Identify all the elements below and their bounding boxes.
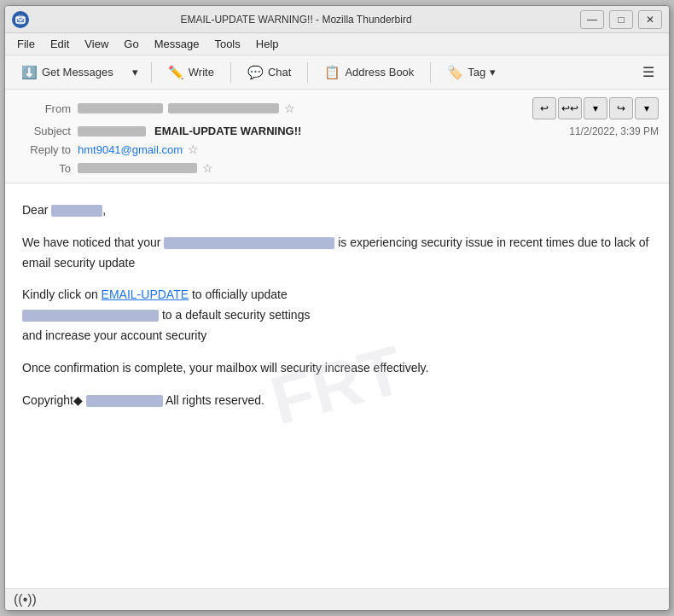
tag-icon: 🏷️ xyxy=(447,65,463,80)
para2-redacted xyxy=(22,310,159,322)
hamburger-button[interactable]: ☰ xyxy=(635,60,662,84)
get-messages-button[interactable]: ⬇️ Get Messages xyxy=(12,61,123,84)
from-label: From xyxy=(15,102,71,115)
menubar: File Edit View Go Message Tools Help xyxy=(5,33,669,55)
get-messages-label: Get Messages xyxy=(42,66,113,78)
minimize-button[interactable]: — xyxy=(580,10,604,29)
para2-line3: and increase your account security xyxy=(22,328,206,342)
greeting-name-redacted xyxy=(51,205,102,217)
main-window: EMAIL-UPDATE WARNING!! - Mozilla Thunder… xyxy=(4,5,670,611)
menu-help[interactable]: Help xyxy=(249,35,286,53)
reply-to-email[interactable]: hmt9041@gmail.com xyxy=(78,143,183,156)
maximize-button[interactable]: □ xyxy=(609,10,633,29)
menu-edit[interactable]: Edit xyxy=(44,35,76,53)
copyright-prefix: Copyright◆ xyxy=(22,393,83,407)
separator-1 xyxy=(151,62,152,83)
window-title: EMAIL-UPDATE WARNING!! - Mozilla Thunder… xyxy=(12,14,580,26)
copyright-redacted xyxy=(86,395,163,407)
para1-before: We have noticed that your xyxy=(22,235,160,249)
more-nav-dropdown[interactable]: ▾ xyxy=(635,97,659,119)
para1: We have noticed that your is experiencin… xyxy=(22,233,652,274)
from-value: ☆ xyxy=(78,102,532,115)
write-icon: ✏️ xyxy=(168,65,184,80)
greeting-paragraph: Dear , xyxy=(22,200,652,221)
chat-button[interactable]: 💬 Chat xyxy=(238,61,300,84)
greeting-comma: , xyxy=(102,203,106,217)
menu-view[interactable]: View xyxy=(78,35,115,53)
get-messages-icon: ⬇️ xyxy=(21,65,38,80)
separator-2 xyxy=(230,62,231,83)
to-row: To ☆ xyxy=(15,159,659,177)
get-messages-dropdown[interactable]: ▾ xyxy=(126,61,144,83)
reply-to-label: Reply to xyxy=(15,143,71,156)
copyright-suffix: All rights reserved. xyxy=(166,393,264,407)
tag-label: Tag xyxy=(468,66,485,78)
toolbar: ⬇️ Get Messages ▾ ✏️ Write 💬 Chat 📋 Addr… xyxy=(5,55,669,90)
tag-button[interactable]: 🏷️ Tag ▾ xyxy=(438,61,505,84)
subject-row: Subject EMAIL-UPDATE WARNING!! 11/2/2022… xyxy=(15,122,659,140)
write-button[interactable]: ✏️ Write xyxy=(159,61,224,84)
reply-to-value: hmt9041@gmail.com ☆ xyxy=(78,142,659,156)
from-name-redacted xyxy=(78,103,163,113)
to-star-icon[interactable]: ☆ xyxy=(202,161,213,175)
address-book-icon: 📋 xyxy=(324,65,340,80)
reply-all-button[interactable]: ↩↩ xyxy=(558,97,582,119)
chat-icon: 💬 xyxy=(247,65,264,80)
para2: Kindly click on EMAIL-UPDATE to official… xyxy=(22,285,652,346)
close-button[interactable]: ✕ xyxy=(638,10,662,29)
reply-to-star-icon[interactable]: ☆ xyxy=(188,142,199,156)
titlebar: EMAIL-UPDATE WARNING!! - Mozilla Thunder… xyxy=(5,6,669,33)
nav-buttons: ↩ ↩↩ ▾ ↪ ▾ xyxy=(532,97,659,119)
statusbar: ((•)) xyxy=(5,588,669,610)
para3: Once confirmation is complete, your mail… xyxy=(22,358,652,379)
connection-status-icon: ((•)) xyxy=(14,592,37,607)
copyright-paragraph: Copyright◆ All rights reserved. xyxy=(22,391,652,411)
email-body: FRT Dear , We have noticed that your is … xyxy=(5,183,669,588)
window-controls: — □ ✕ xyxy=(580,10,662,29)
to-email-redacted xyxy=(78,163,197,173)
menu-tools[interactable]: Tools xyxy=(207,35,247,53)
subject-value: EMAIL-UPDATE WARNING!! xyxy=(78,125,569,137)
address-book-button[interactable]: 📋 Address Book xyxy=(315,61,423,84)
to-label: To xyxy=(15,162,71,175)
email-date: 11/2/2022, 3:39 PM xyxy=(569,125,659,137)
menu-message[interactable]: Message xyxy=(148,35,206,53)
separator-3 xyxy=(307,62,308,83)
reply-button[interactable]: ↩ xyxy=(532,97,556,119)
tag-dropdown-icon: ▾ xyxy=(490,66,496,78)
email-header: From ☆ ↩ ↩↩ ▾ ↪ ▾ Subject EMAIL-UPDATE W… xyxy=(5,90,669,183)
menu-file[interactable]: File xyxy=(10,35,42,53)
to-value: ☆ xyxy=(78,161,659,175)
email-update-link[interactable]: EMAIL-UPDATE xyxy=(102,288,189,301)
reply-to-row: Reply to hmt9041@gmail.com ☆ xyxy=(15,140,659,159)
from-email-redacted xyxy=(168,103,279,113)
menu-go[interactable]: Go xyxy=(117,35,145,53)
subject-main-text: EMAIL-UPDATE WARNING!! xyxy=(154,125,301,137)
separator-4 xyxy=(430,62,431,83)
write-label: Write xyxy=(189,66,214,78)
address-book-label: Address Book xyxy=(345,66,414,78)
para3-text: Once confirmation is complete, your mail… xyxy=(22,361,428,375)
more-reply-dropdown[interactable]: ▾ xyxy=(584,97,607,119)
greeting-dear: Dear xyxy=(22,203,48,217)
para2-after-link: to officially update xyxy=(192,288,288,301)
para2-after-redact: to a default security settings xyxy=(162,308,311,322)
subject-label: Subject xyxy=(15,125,71,137)
forward-button[interactable]: ↪ xyxy=(609,97,633,119)
from-star-icon[interactable]: ☆ xyxy=(284,102,295,115)
chat-label: Chat xyxy=(268,66,291,78)
para2-kindly: Kindly click on xyxy=(22,288,98,301)
subject-prefix-redacted xyxy=(78,126,146,137)
para1-redacted xyxy=(164,237,334,249)
from-row: From ☆ ↩ ↩↩ ▾ ↪ ▾ xyxy=(15,95,659,122)
